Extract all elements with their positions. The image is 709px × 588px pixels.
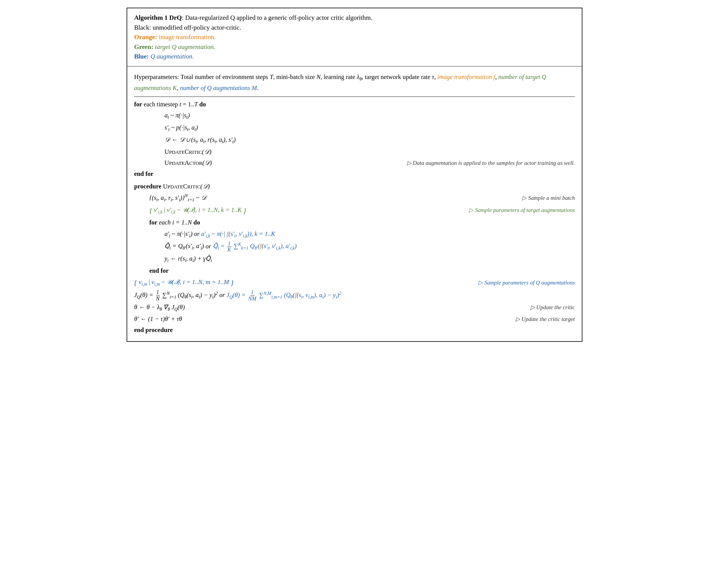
qhat-line: Q̂i = Qθ′(s′i, a′i) or Q̂i = 1K ∑Kk=1 Qθ… — [134, 241, 575, 253]
sample-minibatch-comment: ▷ Sample a mini batch — [511, 193, 575, 203]
updateactor-comment: ▷ Data augmentation is applied to the sa… — [396, 158, 575, 168]
green-text: target Q augmentation. — [154, 43, 215, 51]
algo-title-bold: Algorithm 1 DrQ — [134, 14, 182, 21]
divider-1 — [134, 96, 575, 97]
theta-prime-update-comment: ▷ Update the critic target — [504, 315, 575, 324]
algo-title-line2: Black: unmodified off-policy actor-criti… — [134, 23, 575, 33]
algorithm-box: Algorithm 1 DrQ: Data-regularized Q appl… — [127, 8, 582, 342]
theta-update-comment: ▷ Update the critic — [519, 303, 575, 312]
sample-q-aug-comment: ▷ Sample parameters of Q augmentations — [467, 278, 575, 288]
end-for-1: end for — [134, 169, 575, 179]
green-label: Green: — [134, 43, 154, 51]
for-loop-block: for each timestep t = 1..T do at ~ π(·|s… — [134, 99, 575, 179]
sample-target-aug-comment: ▷ Sample parameters of target augmentati… — [457, 205, 575, 215]
hyperparams-text: Total number of environment steps T, min… — [134, 73, 546, 92]
hyperparameters-block: Hyperparameters: Total number of environ… — [134, 72, 575, 93]
for-condition: each timestep t = 1..T — [144, 101, 199, 108]
procedure-block: procedure UPDATECRITIC(𝒟) {(si, ai, ri, … — [134, 181, 575, 335]
ai-prime-line: a′i ~ π(·|s′i) or a′i,k ~ π(·| f(s′i, ν′… — [134, 229, 575, 240]
jq-line: JQ(θ) = 1N ∑Ni=1 (Qθ(si, ai) − yi)2 or J… — [134, 289, 575, 302]
orange-label: Orange: — [134, 33, 157, 41]
end-procedure: end procedure — [134, 325, 575, 335]
procedure-header: procedure UPDATECRITIC(𝒟) — [134, 181, 575, 191]
sample-minibatch-line: {(si, ai, ri, s′i)}Ni=1 ~ 𝒟 ▷ Sample a m… — [134, 192, 575, 204]
sample-target-aug-line: { ν′i,k | ν′i,k ~ 𝒰(𝒯), i = 1..N, k = 1.… — [134, 204, 575, 217]
do-keyword: do — [199, 101, 206, 108]
hyperparams-label: Hyperparameters: — [134, 73, 179, 81]
sample-q-aug-line: { νi,m | νi,m ~ 𝒰(𝒯), i = 1..N, m = 1..M… — [134, 277, 575, 289]
loop-line-updatecritic: UPDATECRITIC(𝒟) — [134, 147, 575, 157]
algorithm-body: Hyperparameters: Total number of environ… — [127, 66, 582, 341]
theta-update-line: θ ← θ − λθ ∇θ JQ(θ) ▷ Update the critic — [134, 302, 575, 313]
orange-text: image transformation. — [157, 33, 215, 41]
theta-prime-update-line: θ′ ← (1 − τ)θ′ + τθ ▷ Update the critic … — [134, 314, 575, 324]
loop-line-D: 𝒟 ← 𝒟 ∪ (st, at, r(st, at), s′t) — [134, 134, 575, 146]
loop-line-st: s′t ~ p(·|st, at) — [134, 122, 575, 134]
loop-line-updateactor: UPDATEACTOR(𝒟) ▷ Data augmentation is ap… — [134, 158, 575, 168]
loop-line-at: at ~ π(·|st) — [134, 110, 575, 122]
yi-line: yi ← r(si, ai) + γQ̂i — [134, 253, 575, 265]
algo-title-rest: : Data-regularized Q applied to a generi… — [182, 14, 372, 21]
blue-text: Q augmentation. — [149, 53, 194, 60]
blue-label: Blue: — [134, 53, 149, 60]
for-keyword: for — [134, 101, 142, 108]
end-for-2: end for — [134, 266, 575, 276]
algorithm-title: Algorithm 1 DrQ: Data-regularized Q appl… — [127, 8, 582, 66]
for-each-i: for each i = 1..N do — [134, 217, 575, 228]
